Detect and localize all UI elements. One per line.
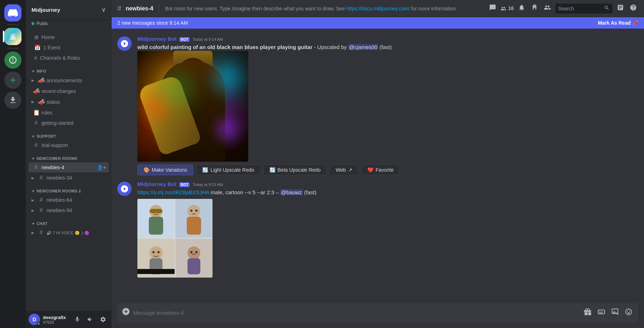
blues-player-image[interactable] [137,51,248,162]
message-timestamp-blues: Today at 9:14 AM [192,37,223,41]
download-apps-button[interactable] [4,92,21,109]
paint-splash-1 [213,65,241,94]
section-newcomer-rooms-chevron: ▼ [31,157,35,161]
beta-upscale-redo-button[interactable]: 🔄 Beta Upscale Redo [263,165,327,175]
channel-announcements[interactable]: ▶ 📣 announcements [29,75,109,85]
discord-home-button[interactable] [4,4,21,21]
server-header[interactable]: Midjourney ∨ [26,0,112,20]
newbies-4-label: newbies-4 [42,165,95,170]
make-variations-button[interactable]: 🎨 Make Variations [137,165,193,175]
cartoon-suffix: – [276,189,279,195]
nav-item-channels-roles[interactable]: # Channels & Roles [29,53,109,63]
nav-item-event[interactable]: 📅 1 Event [29,43,109,53]
channel-sidebar: Midjourney ∨ Public ⊞ Home 📅 1 Event # C… [26,0,112,328]
section-chat[interactable]: ▼ CHAT [26,216,112,227]
new-messages-banner: 2 new messages since 9:14 AM Mark As Rea… [112,17,644,29]
bot-author-name-2: Midjourney Bot [137,181,176,187]
channel-status[interactable]: ▶ 📣 status [29,97,109,107]
server-list [0,0,26,328]
user-controls [72,314,109,325]
pin-icon[interactable] [530,3,540,14]
newbies-4-icon: # [33,164,39,171]
channel-getting-started[interactable]: # getting-started [29,118,109,128]
explore-server-button[interactable] [4,52,21,69]
web-button[interactable]: Web ↗ [330,165,358,175]
svg-point-17 [195,251,197,253]
bot-author-name: Midjourney Bot [137,36,176,42]
section-info[interactable]: ▼ INFO [26,63,112,75]
favorite-button[interactable]: ❤️ Favorite [361,165,400,175]
censor-bar [137,269,175,274]
people-icon[interactable] [542,3,552,14]
inbox-icon[interactable] [615,3,625,14]
cjames-mention[interactable]: @cjames00 [348,44,378,50]
section-support-label: SUPPORT [36,134,56,138]
paint-splash-4 [159,72,195,108]
getting-started-label: getting-started [42,120,106,126]
channel-rules[interactable]: 📋 rules [29,107,109,118]
svg-point-8 [190,210,192,212]
status-collapse-arrow: ▶ [31,100,36,104]
emoji-icon[interactable] [623,307,634,319]
messages-area[interactable]: Midjourney Bot BOT Today at 9:14 AM wild… [112,29,644,303]
midjourney-server-icon[interactable] [4,28,21,45]
hash-count-button[interactable] [488,3,498,14]
docs-link[interactable]: https://docs.midjourney.com/ [346,6,411,11]
channel-recent-changes[interactable]: 📣 recent-changes [29,86,109,96]
section-info-label: INFO [36,69,46,73]
newbies-64-arrow: ▶ [31,198,36,202]
section-support[interactable]: ▼ SUPPORT [26,128,112,140]
light-upscale-redo-button[interactable]: 🔄 Light Upscale Redo [196,165,260,175]
username: deezgrafix [43,315,69,320]
settings-button[interactable] [97,314,109,325]
server-public-badge: Public [26,20,112,29]
channel-voice[interactable]: ▶ # 🔊 7 IN VOICE 😊 :) 🟣 [29,227,109,238]
mj-link[interactable]: https://s.mj.run/tRZ8pBXSJHA [137,189,209,195]
add-server-button[interactable] [4,72,21,89]
bot-badge-2: BOT [179,182,190,187]
help-icon[interactable] [628,3,638,14]
message-input-container: GIF [117,303,638,322]
search-bar[interactable]: Search [555,4,613,14]
user-bar: D deezgrafix #7533 [26,311,112,328]
message-text-blues: wild colorful painting of an old black m… [137,43,638,51]
status-dot [37,322,40,325]
message-input-actions: GIF [582,307,634,319]
section-chat-label: CHAT [36,221,48,226]
channel-newbies-4[interactable]: # newbies-4 👤+ [29,162,109,172]
message-content-cartoon: Midjourney Bot BOT Today at 9:15 AM http… [137,181,638,278]
channel-newbies-64[interactable]: ▶ # newbies-64 [29,195,109,205]
message-content-blues: Midjourney Bot BOT Today at 9:14 AM wild… [137,36,638,175]
trial-support-label: trial-support [42,142,106,148]
deafen-button[interactable] [84,314,96,325]
message-text-cartoon: https://s.mj.run/tRZ8pBXSJHA male, carto… [137,189,638,196]
channel-trial-support[interactable]: # trial-support [29,140,109,150]
message-header-blues: Midjourney Bot BOT Today at 9:14 AM [137,36,638,42]
cartoon-image[interactable] [137,199,213,278]
getting-started-icon: # [33,120,39,126]
channel-newbies-94[interactable]: ▶ # newbies-94 [29,205,109,215]
mark-as-read-button[interactable]: Mark As Read 📌 [598,20,638,26]
message-cartoon: Midjourney Bot BOT Today at 9:15 AM http… [112,180,644,279]
sticker-icon[interactable] [610,307,620,319]
bauwz-mention[interactable]: @bauwz [280,189,303,195]
channel-newbies-34[interactable]: ▶ # newbies-34 [29,173,109,183]
newbies-94-label: newbies-94 [47,207,106,213]
refresh-icon-beta: 🔄 [269,167,275,173]
add-member-icon: 👤+ [97,165,106,170]
nav-item-home[interactable]: ⊞ Home [29,32,109,42]
gift-icon[interactable] [582,307,593,319]
nav-channels-roles-label: Channels & Roles [40,55,80,61]
add-attachment-button[interactable] [122,303,130,322]
bell-icon[interactable] [517,3,527,14]
mute-button[interactable] [72,314,83,325]
bot-avatar-2 [117,182,132,196]
message-input-area: GIF [112,303,644,328]
section-newcomer-rooms-2[interactable]: ▼ NEWCOMER ROOMS 2 [26,183,112,195]
blues-action-buttons: 🎨 Make Variations 🔄 Light Upscale Redo 🔄… [137,165,638,175]
speed-label: (fast) [380,44,392,50]
pin-small-icon: 📌 [632,20,638,26]
gif-icon[interactable]: GIF [596,307,607,319]
section-newcomer-rooms[interactable]: ▼ NEWCOMER ROOMS [26,151,112,162]
message-input[interactable] [133,305,580,320]
